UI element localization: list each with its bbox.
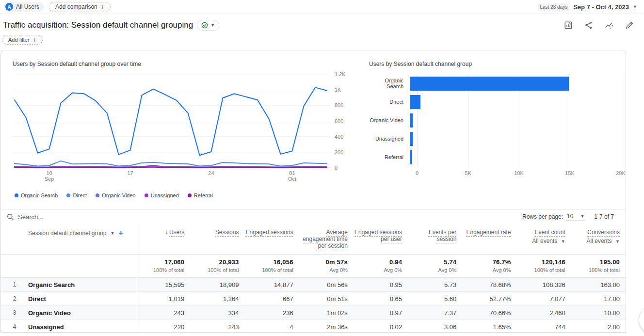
metric-cell: 1,019 [136, 292, 190, 306]
x-axis-tick: 5K [465, 170, 471, 176]
add-comparison-button[interactable]: Add comparison + [49, 2, 111, 12]
bar-row[interactable]: Unassigned [369, 129, 614, 148]
report-header: Traffic acquisition: Session default cha… [0, 14, 644, 31]
metric-cell: 0m 56s [299, 278, 354, 292]
bar-chart[interactable]: Organic SearchDirectOrganic VideoUnassig… [369, 74, 614, 166]
pagination-status: 1-7 of 7 [594, 213, 614, 220]
totals-subtext: Avg 0% [408, 267, 456, 273]
bar-category-label: Organic Video [369, 117, 410, 123]
metric-column-header[interactable]: Average engagement time per session [299, 224, 354, 255]
bar-row[interactable]: Direct [369, 93, 614, 111]
metric-filter-label: All events [587, 238, 612, 244]
metric-cell: 163.00 [571, 278, 626, 292]
metric-column-header[interactable]: Sessions [190, 224, 244, 255]
table-row[interactable]: 2Direct1,0191,2646670m 51s0.655.6052.77%… [1, 292, 626, 306]
insights-fab[interactable] [639, 306, 644, 334]
table-row[interactable]: 4Unassigned22024342m 36s0.023.061.65%744… [1, 320, 626, 333]
metric-cell: 52.77% [462, 292, 516, 306]
legend-item[interactable]: Organic Video [96, 192, 136, 198]
totals-cell: 76.7%Avg 0% [462, 255, 516, 278]
metric-header-text: Average engagement time per session [303, 229, 348, 249]
date-range-type: Last 28 days [538, 3, 569, 11]
x-axis-tick: 10K [514, 170, 524, 176]
metric-column-header[interactable]: Events per session [408, 224, 462, 255]
metric-column-header[interactable]: Engagement rate [462, 224, 516, 255]
x-axis-tick: 24 [208, 170, 214, 176]
bar-row[interactable]: Organic Video [369, 111, 614, 129]
data-quality-badge[interactable]: ▼ [197, 20, 219, 31]
metric-cell: 243 [136, 306, 190, 320]
add-filter-button[interactable]: Add filter + [2, 35, 43, 45]
table-toolbar: Rows per page: 10 ▼ 1-7 of 7 [1, 209, 626, 224]
totals-cell: 17,060100% of total [136, 255, 190, 278]
y-axis-tick: 400 [335, 134, 343, 140]
dimension-column-header[interactable]: Session default channel group▼+ [1, 224, 136, 255]
metric-cell: 18,909 [190, 278, 244, 292]
x-axis-tick: 17 [127, 170, 133, 176]
caret-down-icon: ▼ [633, 5, 637, 9]
search-input[interactable] [18, 213, 163, 221]
edit-button[interactable] [625, 20, 634, 30]
search-icon [7, 213, 14, 221]
metric-cell: 1,264 [190, 292, 244, 306]
metric-cell: 243 [190, 320, 244, 333]
metric-column-header[interactable]: Engaged sessions per user [354, 224, 408, 255]
channel-name: Organic Search [28, 281, 75, 288]
metric-cell: 1.65% [462, 320, 516, 333]
bar-chart-panel: Users by Session default channel group O… [369, 61, 614, 209]
metric-cell: 78.68% [462, 278, 516, 292]
insights-button[interactable] [604, 20, 614, 30]
metric-cell: 4 [244, 320, 299, 333]
metric-column-header[interactable]: Engaged sessions [244, 224, 299, 255]
x-axis-tick: Oct [288, 176, 296, 182]
metric-header-text: Users [169, 229, 184, 236]
metric-column-header[interactable]: ConversionsAll events ▼ [571, 224, 626, 255]
legend-item[interactable]: Referral [188, 192, 213, 198]
legend-item[interactable]: Direct [66, 192, 87, 198]
metric-header-label: ↓Users [136, 229, 185, 236]
share-button[interactable] [584, 20, 594, 30]
metric-header-text: Conversions [587, 229, 620, 236]
metric-header-text: Sessions [215, 229, 239, 236]
line-chart[interactable]: 1.2K1K800600400200010Sep172401Oct [13, 68, 354, 188]
bar-row[interactable]: Referral [369, 148, 614, 166]
date-range-value: Sep 7 - Oct 4, 2023 [573, 3, 629, 11]
totals-value: 0.94 [354, 258, 402, 266]
metric-column-header[interactable]: ↓Users [136, 224, 190, 255]
date-range-picker[interactable]: Last 28 days Sep 7 - Oct 4, 2023 ▼ [538, 3, 637, 11]
dimension-cell: 4Unassigned [1, 323, 136, 331]
metric-cell: 2.00 [571, 320, 626, 333]
add-dimension-icon[interactable]: + [118, 229, 123, 238]
metric-header-text: Engagement rate [466, 229, 511, 236]
x-axis-tick: 0 [416, 170, 419, 176]
bar [410, 150, 412, 164]
legend-label: Direct [73, 192, 87, 198]
table-row[interactable]: 1Organic Search15,59518,90914,8770m 56s0… [1, 278, 626, 292]
bar-track [410, 113, 614, 128]
bar [410, 113, 413, 128]
bar-row[interactable]: Organic Search [369, 74, 614, 93]
rows-per-page-value: 10 [567, 213, 573, 220]
metric-filter-dropdown[interactable]: All events ▼ [571, 238, 620, 244]
totals-cell: 5.74Avg 0% [408, 255, 462, 278]
bar [410, 132, 413, 146]
metric-cell: 744 [517, 320, 571, 333]
bar-chart-title: Users by Session default channel group [369, 61, 614, 67]
totals-row: 17,060100% of total20,933100% of total16… [1, 255, 626, 278]
page-title: Traffic acquisition: Session default cha… [3, 20, 193, 30]
customize-report-button[interactable] [564, 20, 573, 30]
metric-column-header[interactable]: Event countAll events ▼ [517, 224, 571, 255]
legend-label: Organic Search [21, 192, 58, 198]
legend-item[interactable]: Unassigned [145, 192, 179, 198]
table-row[interactable]: 3Organic Video2433342361m 02s0.977.3770.… [1, 306, 626, 320]
totals-subtext: 100% of total [190, 267, 239, 273]
metric-cell: 5.60 [408, 292, 462, 306]
metric-filter-dropdown[interactable]: All events ▼ [517, 238, 565, 244]
edit-pencil-icon [625, 21, 634, 30]
rows-per-page-select[interactable]: 10 ▼ [566, 212, 585, 221]
totals-subtext: 100% of total [517, 267, 565, 273]
audience-chip[interactable]: A All Users [4, 2, 44, 12]
dimension-header-control[interactable]: Session default channel group▼+ [28, 229, 130, 238]
legend-item[interactable]: Organic Search [15, 192, 58, 198]
legend-label: Unassigned [151, 192, 179, 198]
